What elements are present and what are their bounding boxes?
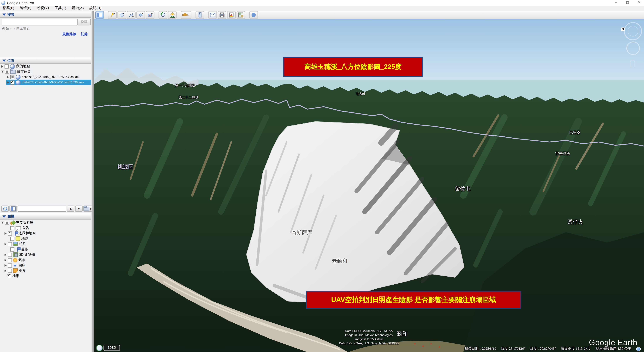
expander-icon[interactable] [1, 222, 4, 224]
add-polygon-button[interactable]: + [118, 11, 126, 18]
search-panel-header[interactable]: 搜尋 [0, 11, 91, 18]
save-image-button[interactable] [227, 11, 236, 18]
places-item-label[interactable]: d7d96741-28e8-4b81-9e5d-451da0f51538.kmz [22, 80, 84, 84]
add-image-overlay-button[interactable]: + [136, 11, 145, 18]
pegman-icon[interactable] [630, 60, 635, 67]
historical-imagery-button[interactable] [158, 11, 167, 18]
layers-item-more[interactable]: 更多 [1, 268, 26, 273]
menu-file[interactable]: 檔案(F) [0, 6, 17, 11]
toggle-sidebar-button[interactable] [95, 11, 104, 18]
historical-imagery-clock-icon[interactable] [96, 345, 103, 351]
expander-icon[interactable] [1, 65, 3, 67]
layers-item-weather[interactable]: 氣象 [1, 257, 26, 263]
places-item-my-places[interactable]: 我的地點 [1, 64, 30, 69]
expander-icon[interactable] [4, 232, 6, 235]
checkbox[interactable] [8, 269, 12, 273]
layers-item-gallery[interactable]: ★ 圖庫 [1, 263, 26, 268]
add-placemark-button[interactable]: + [108, 11, 117, 18]
map-3d-view[interactable]: 高雄玉穗溪_八方位陰影圖_225度 UAV空拍判別日照產生陰影 是否影響主要關注… [94, 19, 644, 352]
close-button[interactable]: ✕ [636, 0, 642, 4]
north-indicator[interactable]: N [621, 27, 625, 31]
planets-button[interactable] [181, 11, 192, 18]
menu-help[interactable]: 說明(H) [86, 6, 104, 11]
view-in-google-maps-button[interactable] [236, 11, 245, 18]
title-bar[interactable]: Google Earth Pro – □ ✕ [0, 0, 644, 6]
layers-item-label[interactable]: 3D 建築物 [19, 252, 35, 257]
add-path-button[interactable]: + [127, 11, 136, 18]
toggle-panel-button[interactable] [10, 206, 17, 212]
checkbox[interactable] [5, 221, 9, 225]
expander-icon[interactable] [1, 71, 4, 73]
globe-button[interactable] [249, 11, 258, 18]
layers-item-label[interactable]: 邊界和地名 [18, 231, 36, 236]
expander-icon[interactable] [4, 264, 6, 267]
search-places-button[interactable] [1, 206, 9, 212]
search-button[interactable]: 搜尋 [77, 19, 91, 25]
checkbox[interactable] [10, 75, 14, 79]
layers-item-label[interactable]: 氣象 [18, 258, 26, 263]
layers-item-label[interactable]: 道路 [21, 247, 28, 252]
places-item-label[interactable]: 我的地點 [16, 64, 30, 69]
search-input[interactable] [2, 19, 77, 25]
places-item-sentinel-kml[interactable]: Sentinel2_20251016_20251025023638.kml [7, 74, 80, 79]
layers-item-borders[interactable]: 邊界和地名 [1, 231, 36, 236]
menu-tools[interactable]: 工具(T) [52, 6, 69, 11]
next-result-button[interactable]: ▼ [75, 206, 83, 212]
previous-result-button[interactable]: ▲ [67, 206, 74, 212]
layers-item-label[interactable]: 公告 [22, 226, 29, 231]
expander-icon[interactable] [4, 269, 6, 272]
imagery-year-badge[interactable]: 1985 [104, 345, 120, 351]
layers-item-photos[interactable]: 相片 [1, 241, 26, 247]
folder-actions-button[interactable]: ▸ [84, 206, 92, 212]
layers-item-primary-db[interactable]: 主要資料庫 [1, 220, 33, 225]
history-link[interactable]: 記錄 [81, 32, 88, 36]
ruler-button[interactable] [196, 11, 204, 18]
layers-item-label[interactable]: 地點 [21, 236, 28, 241]
layers-item-roads[interactable]: 道路 [7, 247, 28, 252]
menu-view[interactable]: 檢視(V) [34, 6, 52, 11]
layers-item-label[interactable]: 地形 [12, 274, 19, 279]
expander-icon[interactable] [4, 253, 6, 256]
checkbox[interactable] [8, 242, 12, 246]
places-item-temporary[interactable]: 暫存位置 [1, 69, 31, 74]
expander-icon[interactable] [4, 259, 6, 261]
places-panel-header[interactable]: 位置 [0, 57, 91, 64]
checkbox[interactable] [5, 70, 9, 74]
menu-edit[interactable]: 編輯(E) [17, 6, 34, 11]
checkbox[interactable] [10, 80, 14, 84]
checkbox[interactable] [8, 231, 12, 235]
layers-item-terrain[interactable]: 地形 [7, 273, 19, 279]
checkbox[interactable] [7, 274, 11, 278]
places-item-kmz[interactable]: d7d96741-28e8-4b81-9e5d-451da0f51538.kmz [6, 79, 91, 85]
checkbox[interactable] [8, 258, 12, 262]
layers-item-3d-buildings[interactable]: 3D 建築物 [1, 252, 35, 257]
layers-item-label[interactable]: 相片 [19, 241, 26, 246]
checkbox[interactable] [10, 247, 14, 251]
sidebar-splitter[interactable] [92, 11, 94, 352]
layers-item-label[interactable]: 主要資料庫 [16, 220, 33, 225]
record-tour-button[interactable]: + [146, 11, 154, 18]
move-joystick[interactable] [626, 41, 640, 55]
checkbox[interactable] [8, 263, 12, 267]
checkbox[interactable] [4, 64, 9, 68]
checkbox[interactable] [8, 253, 12, 257]
checkbox[interactable] [10, 226, 14, 230]
places-item-label[interactable]: 暫存位置 [17, 69, 31, 74]
layers-item-places[interactable]: 地點 [7, 236, 28, 241]
print-button[interactable] [218, 11, 226, 18]
layers-item-label[interactable]: 更多 [19, 268, 26, 273]
menu-add[interactable]: 新增(A) [69, 6, 86, 11]
look-joystick[interactable] [624, 22, 642, 40]
places-item-label[interactable]: Sentinel2_20251016_20251025023638.kml [22, 75, 80, 79]
maximize-button[interactable]: □ [625, 0, 630, 4]
places-filter-input[interactable] [18, 206, 66, 212]
get-directions-link[interactable]: 規劃路線 [62, 32, 76, 36]
layers-panel-header[interactable]: 圖層 [0, 213, 91, 220]
layers-item-label[interactable]: 圖庫 [18, 263, 26, 268]
email-button[interactable] [208, 11, 217, 18]
layers-item-announcements[interactable]: 公告 [7, 225, 29, 231]
expander-icon[interactable] [7, 81, 9, 83]
expander-icon[interactable] [7, 76, 9, 78]
sunlight-button[interactable] [168, 11, 177, 18]
minimize-button[interactable]: – [614, 0, 618, 4]
